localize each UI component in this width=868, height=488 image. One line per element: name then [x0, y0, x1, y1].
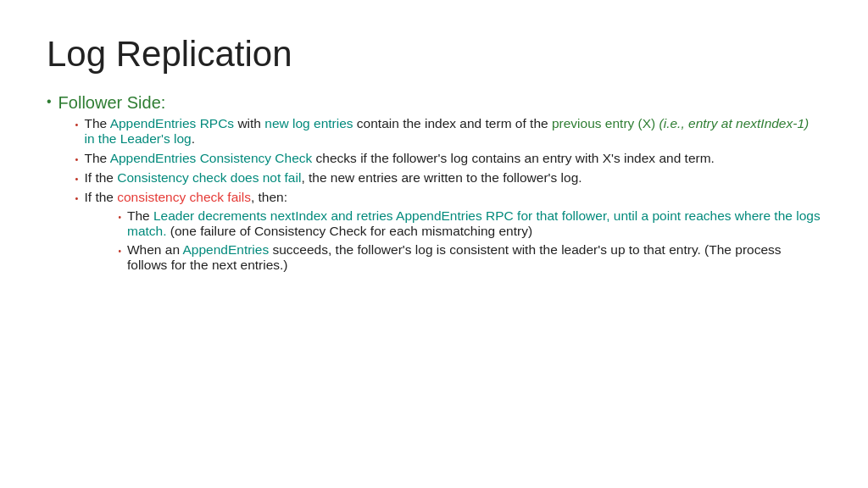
slide: Log Replication • Follower Side: • The A…	[0, 0, 868, 488]
sub-sub-item-2-text: When an AppendEntries succeeds, the foll…	[127, 242, 821, 273]
list-item-2: • The AppendEntries Consistency Check ch…	[58, 151, 821, 166]
sub-bullet-1: •	[75, 119, 79, 130]
list-item-3: • If the Consistency check does not fail…	[58, 170, 821, 186]
sub-sub-bullet-1: •	[118, 213, 121, 222]
section-follower: • Follower Side: • The AppendEntries RPC…	[47, 93, 821, 280]
sub-sub-item-1-text: The Leader decrements nextIndex and retr…	[127, 208, 821, 239]
item-3-text: If the Consistency check does not fail, …	[84, 170, 581, 186]
slide-title: Log Replication	[47, 34, 821, 75]
sub-bullet-4: •	[75, 193, 79, 203]
item-2-text: The AppendEntries Consistency Check chec…	[84, 151, 714, 166]
sub-bullet-2: •	[75, 154, 79, 164]
sub-bullet-3: •	[75, 174, 79, 184]
list-item-4: • If the consistency check fails, then: …	[58, 190, 821, 276]
section-content: Follower Side: • The AppendEntries RPCs …	[58, 93, 821, 280]
sub-sub-item-2: • When an AppendEntries succeeds, the fo…	[84, 242, 821, 273]
list-item-1: • The AppendEntries RPCs with new log en…	[58, 116, 821, 147]
sub-sub-list: • The Leader decrements nextIndex and re…	[84, 208, 821, 273]
sub-sub-bullet-2: •	[118, 247, 121, 256]
main-content: • Follower Side: • The AppendEntries RPC…	[47, 93, 821, 280]
main-bullet: •	[47, 94, 52, 109]
sub-list: • The AppendEntries RPCs with new log en…	[58, 116, 821, 276]
item-1-text: The AppendEntries RPCs with new log entr…	[84, 116, 821, 147]
item-4-text: If the consistency check fails, then:	[84, 190, 287, 204]
item-4-content: If the consistency check fails, then: • …	[84, 190, 821, 276]
sub-sub-item-1: • The Leader decrements nextIndex and re…	[84, 208, 821, 239]
follower-label: Follower Side:	[58, 93, 166, 112]
